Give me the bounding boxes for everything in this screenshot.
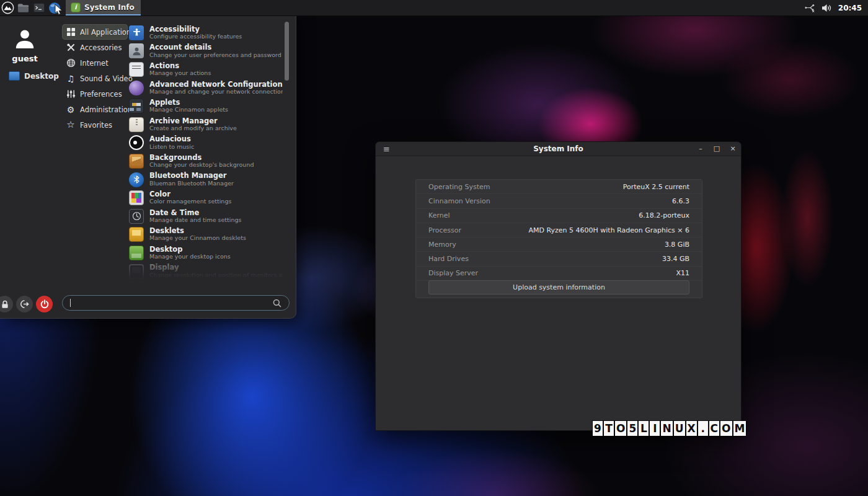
globe-icon bbox=[66, 58, 76, 68]
category-item-favorites[interactable]: ☆Favorites bbox=[62, 117, 128, 133]
category-item-internet[interactable]: Internet bbox=[62, 55, 128, 71]
watermark-tile: C bbox=[709, 421, 719, 436]
app-list-scrollbar[interactable] bbox=[285, 22, 289, 279]
taskbar-window-button[interactable]: i System Info bbox=[66, 0, 141, 16]
desklets-app-icon bbox=[129, 227, 144, 242]
desktop-app-icon bbox=[129, 246, 144, 260]
app-item-backgrounds[interactable]: BackgroundsChange your desktop's backgro… bbox=[129, 152, 283, 170]
app-item-desklets[interactable]: DeskletsManage your Cinnamon desklets bbox=[129, 226, 283, 244]
category-item-all-applications[interactable]: All Applications bbox=[62, 24, 128, 40]
display-app-icon bbox=[129, 264, 144, 279]
watermark-tile: . bbox=[698, 421, 708, 436]
maximize-icon[interactable]: □ bbox=[709, 142, 725, 156]
application-list: AccessibilityConfigure accessibility fea… bbox=[129, 24, 283, 279]
sliders-icon bbox=[66, 89, 76, 99]
bluetooth-app-icon bbox=[129, 172, 144, 187]
power-icon bbox=[40, 299, 49, 309]
window-menu-icon[interactable]: ≡ bbox=[383, 144, 390, 154]
datetime-app-icon bbox=[129, 209, 144, 224]
user-name: guest bbox=[0, 54, 50, 63]
info-row-memory: Memory3.8 GiB bbox=[416, 237, 702, 252]
mouse-cursor bbox=[55, 4, 63, 16]
category-item-preferences[interactable]: Preferences bbox=[62, 86, 128, 102]
accessibility-app-icon bbox=[129, 25, 144, 40]
terminal-launcher[interactable] bbox=[31, 0, 46, 16]
info-row-list: Operating SystemPorteuX 2.5 currentCinna… bbox=[416, 180, 702, 281]
info-row-processor: ProcessorAMD Ryzen 5 4600H with Radeon G… bbox=[416, 223, 702, 237]
watermark-tile: L bbox=[639, 421, 649, 436]
desktop-place-icon bbox=[9, 71, 20, 81]
text-caret bbox=[70, 299, 71, 307]
logout-button[interactable] bbox=[16, 296, 33, 312]
watermark-tile: U bbox=[674, 421, 685, 436]
app-item-color[interactable]: ColorColor management settings bbox=[129, 188, 283, 207]
category-item-accessories[interactable]: Accessories bbox=[62, 40, 128, 55]
app-item-archive-manager[interactable]: Archive ManagerCreate and modify an arch… bbox=[129, 115, 283, 134]
app-item-applets[interactable]: AppletsManage Cinnamon applets bbox=[129, 97, 283, 115]
upload-system-information-button[interactable]: Upload system information bbox=[428, 280, 689, 294]
window-title: System Info bbox=[376, 144, 741, 153]
user-avatar[interactable] bbox=[12, 27, 37, 51]
account-app-icon bbox=[129, 43, 144, 58]
star-icon: ☆ bbox=[66, 120, 76, 130]
app-item-actions[interactable]: ActionsManage your actions bbox=[129, 60, 283, 79]
grid-icon bbox=[66, 27, 76, 37]
place-label: Desktop bbox=[24, 72, 59, 81]
watermark-tile: 9 bbox=[593, 421, 603, 436]
search-icon bbox=[273, 299, 281, 308]
watermark-tile: N bbox=[661, 421, 672, 436]
system-info-panel: Operating SystemPorteuX 2.5 currentCinna… bbox=[415, 179, 702, 298]
minimize-icon[interactable]: – bbox=[693, 142, 709, 156]
app-item-display[interactable]: DisplayChange resolution and position of… bbox=[129, 262, 283, 279]
app-item-advanced-network-configuration[interactable]: Advanced Network ConfigurationManage and… bbox=[129, 79, 283, 97]
app-item-audacious[interactable]: AudaciousListen to music bbox=[129, 134, 283, 153]
system-tray: 20:45 bbox=[805, 3, 868, 12]
window-titlebar[interactable]: ≡ System Info – □ × bbox=[376, 142, 741, 156]
removable-media-icon[interactable] bbox=[805, 3, 815, 12]
file-manager-launcher[interactable] bbox=[16, 0, 31, 16]
watermark-9to5linux: 9TO5LINUX.COM bbox=[593, 421, 746, 436]
application-menu: guest Desktop All ApplicationsAccessorie… bbox=[0, 16, 296, 319]
top-panel: i System Info 20:45 bbox=[0, 0, 868, 16]
archive-app-icon bbox=[129, 117, 144, 132]
watermark-tile: M bbox=[733, 421, 746, 436]
volume-icon[interactable] bbox=[822, 4, 832, 12]
scrollbar-thumb[interactable] bbox=[285, 22, 289, 81]
color-app-icon bbox=[129, 190, 144, 205]
app-item-date-time[interactable]: Date & TimeManage date and time settings bbox=[129, 207, 283, 226]
category-item-administration[interactable]: ⚙Administration bbox=[62, 102, 128, 117]
category-list: All ApplicationsAccessoriesInternet♫Soun… bbox=[62, 24, 128, 133]
lock-icon bbox=[1, 300, 9, 309]
system-info-window: ≡ System Info – □ × Operating SystemPort… bbox=[375, 141, 742, 431]
audacious-app-icon bbox=[129, 135, 144, 150]
panel-clock[interactable]: 20:45 bbox=[838, 4, 862, 12]
place-item-desktop[interactable]: Desktop bbox=[9, 71, 59, 81]
applets-app-icon bbox=[129, 99, 144, 113]
app-item-accessibility[interactable]: AccessibilityConfigure accessibility fea… bbox=[129, 24, 283, 42]
logout-icon bbox=[20, 299, 29, 309]
taskbar-window-label: System Info bbox=[84, 3, 135, 12]
tools-icon bbox=[66, 43, 76, 53]
category-item-sound-video[interactable]: ♫Sound & Video bbox=[62, 71, 128, 86]
shutdown-button[interactable] bbox=[36, 296, 53, 312]
search-bar[interactable] bbox=[62, 295, 290, 311]
menu-button-porteux-logo-icon[interactable] bbox=[0, 0, 16, 16]
actions-app-icon bbox=[129, 62, 144, 77]
info-row-kernel: Kernel6.18.2-porteux bbox=[416, 209, 702, 223]
app-item-bluetooth-manager[interactable]: Bluetooth ManagerBlueman Bluetooth Manag… bbox=[129, 170, 283, 189]
watermark-tile: T bbox=[604, 421, 614, 436]
app-item-desktop[interactable]: DesktopManage your desktop icons bbox=[129, 244, 283, 262]
search-input[interactable] bbox=[76, 299, 268, 308]
info-row-operating-system: Operating SystemPorteuX 2.5 current bbox=[416, 180, 702, 194]
watermark-tile: I bbox=[650, 421, 660, 436]
lock-button[interactable] bbox=[0, 296, 13, 312]
close-icon[interactable]: × bbox=[725, 142, 741, 156]
info-row-display-server: Display ServerX11 bbox=[416, 267, 702, 281]
system-info-icon: i bbox=[71, 2, 81, 12]
watermark-tile: X bbox=[686, 421, 697, 436]
file-manager-icon bbox=[17, 3, 29, 13]
note-icon: ♫ bbox=[66, 74, 76, 84]
porteux-logo-icon bbox=[1, 1, 14, 14]
watermark-tile: O bbox=[720, 421, 732, 436]
app-item-account-details[interactable]: Account detailsChange your user preferen… bbox=[129, 42, 283, 61]
